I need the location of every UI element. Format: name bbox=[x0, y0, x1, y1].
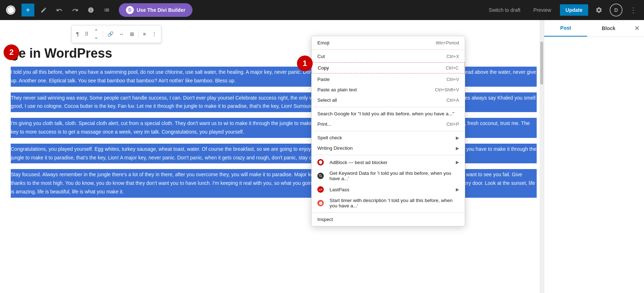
ctx-spell-check-label: Spell check bbox=[317, 135, 456, 140]
divi-profile-button[interactable]: D bbox=[610, 4, 623, 16]
block-toolbar: ¶ ⠿ ⌃⌄ 🔗 ↔ ⊞ ≡ ⋮ bbox=[72, 25, 161, 43]
ctx-copy-shortcut: Ctrl+C bbox=[446, 66, 459, 71]
paragraph-type-button[interactable]: ¶ bbox=[74, 30, 81, 38]
divi-d-letter: D bbox=[128, 8, 132, 13]
sidebar-close-button[interactable]: ✕ bbox=[630, 21, 644, 35]
ctx-cut-shortcut: Ctrl+X bbox=[447, 54, 459, 59]
more-options-button[interactable]: ⋮ bbox=[627, 4, 640, 16]
ctx-divider-2 bbox=[312, 107, 465, 107]
sidebar-content bbox=[544, 37, 644, 293]
ctx-divider-1 bbox=[312, 49, 465, 50]
ctx-divider-4 bbox=[312, 155, 465, 155]
ctx-adblock-icon bbox=[317, 159, 324, 165]
ctx-cut[interactable]: Cut Ctrl+X bbox=[312, 51, 465, 62]
ctx-adblock[interactable]: AdBlock — best ad blocker ▶ bbox=[312, 157, 465, 168]
ctx-keyword-data[interactable]: Get Keyword Data for 'I told you all thi… bbox=[312, 168, 465, 184]
more-options-toolbar[interactable]: ⋮ bbox=[150, 30, 159, 38]
list-view-button[interactable] bbox=[100, 4, 113, 16]
sidebar-tabs: Post Block ✕ bbox=[544, 20, 644, 37]
indent-button[interactable]: ⊞ bbox=[128, 30, 136, 38]
preview-button[interactable]: Preview bbox=[529, 5, 556, 15]
ctx-search-google[interactable]: Search Google for "I told you all this b… bbox=[312, 109, 465, 119]
ctx-print[interactable]: Print... Ctrl+P bbox=[312, 119, 465, 129]
divi-builder-button[interactable]: D Use The Divi Builder bbox=[119, 3, 192, 17]
redo-button[interactable] bbox=[69, 4, 82, 16]
ctx-paste[interactable]: Paste Ctrl+V bbox=[312, 74, 465, 85]
ctx-paste-plain-label: Paste as plain text bbox=[317, 87, 428, 92]
ctx-cut-label: Cut bbox=[317, 54, 439, 59]
ctx-print-label: Print... bbox=[317, 121, 439, 127]
tab-post[interactable]: Post bbox=[544, 20, 587, 37]
add-block-button[interactable]: + bbox=[21, 4, 34, 16]
divi-circle: D bbox=[126, 6, 134, 14]
divi-button-label: Use The Divi Builder bbox=[137, 7, 185, 13]
ctx-start-timer-label: Start timer with description 'I told you… bbox=[330, 198, 459, 208]
ctx-select-all-label: Select all bbox=[317, 97, 439, 103]
ctx-spell-check[interactable]: Spell check ▶ bbox=[312, 133, 465, 143]
right-sidebar: Post Block ✕ bbox=[544, 20, 644, 293]
tools-button[interactable] bbox=[37, 4, 50, 16]
tab-block[interactable]: Block bbox=[587, 20, 630, 36]
ctx-writing-direction-arrow: ▶ bbox=[456, 146, 459, 151]
ctx-print-shortcut: Ctrl+P bbox=[447, 122, 459, 127]
ctx-emoji[interactable]: Emoji Win+Period bbox=[312, 38, 465, 48]
ctx-keyword-icon bbox=[317, 173, 324, 179]
align-button[interactable]: ↔ bbox=[117, 30, 126, 38]
badge-2: 2 bbox=[4, 44, 19, 60]
ctx-spell-check-arrow: ▶ bbox=[456, 135, 459, 140]
ctx-emoji-label: Emoji bbox=[317, 40, 429, 45]
wordpress-logo bbox=[4, 4, 17, 16]
ctx-copy-label: Copy bbox=[318, 65, 439, 71]
text-align-button[interactable]: ≡ bbox=[141, 30, 148, 38]
content-scrollbar[interactable] bbox=[540, 20, 544, 293]
ctx-writing-direction[interactable]: Writing Direction ▶ bbox=[312, 143, 465, 153]
badge-1: 1 bbox=[297, 56, 313, 71]
ctx-adblock-label: AdBlock — best ad blocker bbox=[330, 160, 456, 165]
toolbar-divider-2 bbox=[138, 30, 139, 38]
ctx-search-google-label: Search Google for "I told you all this b… bbox=[317, 111, 459, 116]
move-up-down-button[interactable]: ⌃⌄ bbox=[92, 27, 101, 41]
ctx-inspect-label: Inspect bbox=[317, 217, 459, 222]
ctx-start-timer[interactable]: Start timer with description 'I told you… bbox=[312, 195, 465, 211]
scrollbar-thumb[interactable] bbox=[540, 42, 543, 85]
top-toolbar: + D Use The Divi Builder Switch to draft… bbox=[0, 0, 644, 20]
ctx-adblock-arrow: ▶ bbox=[456, 160, 459, 165]
ctx-select-all-shortcut: Ctrl+A bbox=[447, 98, 459, 103]
ctx-paste-plain-shortcut: Ctrl+Shift+V bbox=[435, 87, 459, 92]
ctx-divider-3 bbox=[312, 131, 465, 131]
ctx-lastpass-icon: LP bbox=[317, 186, 324, 193]
context-menu: Emoji Win+Period Cut Ctrl+X Copy Ctrl+C … bbox=[311, 36, 465, 226]
info-button[interactable] bbox=[84, 4, 97, 16]
ctx-lastpass-arrow: ▶ bbox=[456, 187, 459, 192]
switch-to-draft-button[interactable]: Switch to draft bbox=[484, 5, 525, 15]
ctx-paste-label: Paste bbox=[317, 77, 439, 82]
drag-handle-button[interactable]: ⠿ bbox=[83, 30, 91, 38]
ctx-writing-direction-label: Writing Direction bbox=[317, 145, 456, 151]
undo-button[interactable] bbox=[53, 4, 66, 16]
ctx-timer-icon bbox=[317, 200, 324, 206]
ctx-select-all[interactable]: Select all Ctrl+A bbox=[312, 95, 465, 105]
toolbar-right: Switch to draft Preview Update D ⋮ bbox=[484, 4, 640, 16]
settings-button[interactable] bbox=[592, 4, 605, 16]
ctx-keyword-data-label: Get Keyword Data for 'I told you all thi… bbox=[330, 170, 459, 181]
ctx-divider-5 bbox=[312, 212, 465, 213]
update-button[interactable]: Update bbox=[560, 4, 588, 16]
ctx-inspect[interactable]: Inspect bbox=[312, 214, 465, 225]
toolbar-divider bbox=[103, 30, 103, 38]
ctx-lastpass[interactable]: LP LastPass ▶ bbox=[312, 184, 465, 195]
ctx-paste-plain[interactable]: Paste as plain text Ctrl+Shift+V bbox=[312, 85, 465, 95]
link-button[interactable]: 🔗 bbox=[105, 30, 116, 38]
ctx-copy[interactable]: Copy Ctrl+C bbox=[312, 62, 465, 73]
ctx-lastpass-label: LastPass bbox=[330, 187, 456, 192]
ctx-emoji-shortcut: Win+Period bbox=[436, 40, 459, 45]
ctx-paste-shortcut: Ctrl+V bbox=[447, 77, 459, 82]
